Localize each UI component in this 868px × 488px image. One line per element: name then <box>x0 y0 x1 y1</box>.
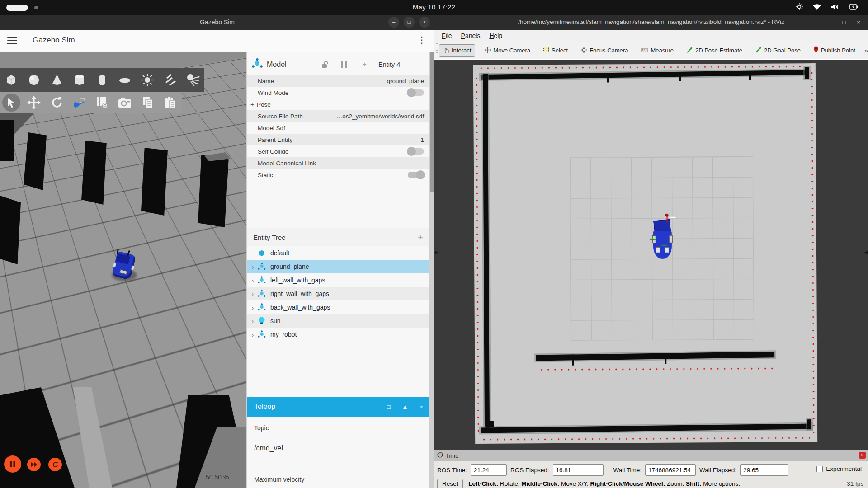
goal-pose-tool[interactable]: 2D Goal Pose <box>751 45 804 56</box>
property-row[interactable]: Name ground_plane <box>247 75 429 87</box>
transform-control-icon[interactable] <box>71 94 89 112</box>
tree-item-default[interactable]: default <box>247 246 429 260</box>
tree-item-sun[interactable]: › sun <box>247 314 429 328</box>
collapse-panel-icon[interactable]: ▲ <box>402 404 408 410</box>
publish-point-tool[interactable]: Publish Point <box>810 44 859 56</box>
property-row[interactable]: Wind Mode <box>247 87 429 99</box>
maximize-button[interactable]: □ <box>404 17 415 28</box>
kebab-menu-icon[interactable]: ⋮ <box>417 34 426 45</box>
menu-panels[interactable]: Panels <box>458 31 484 41</box>
chevron-right-icon[interactable]: › <box>249 263 257 271</box>
translate-icon[interactable] <box>25 94 43 112</box>
tree-item-left-wall[interactable]: › left_wall_with_gaps <box>247 273 429 287</box>
topic-input[interactable]: /cmd_vel <box>254 444 422 455</box>
wind-mode-toggle[interactable] <box>408 89 424 96</box>
ros-elapsed-input[interactable] <box>553 464 604 476</box>
interact-tool[interactable]: Interact <box>439 44 475 57</box>
box-icon[interactable] <box>2 71 20 89</box>
expander-icon[interactable]: + <box>250 101 254 108</box>
gazebo-3d-viewport[interactable]: 50.50 % <box>0 52 250 488</box>
spot-light-icon[interactable] <box>184 71 202 89</box>
time-panel-header[interactable]: Time × <box>434 450 868 461</box>
close-button[interactable]: × <box>419 17 430 28</box>
pose-estimate-tool[interactable]: 2D Pose Estimate <box>683 45 746 56</box>
move-camera-tool[interactable]: Move Camera <box>481 45 534 56</box>
laser-scan-dots <box>811 70 815 434</box>
point-light-icon[interactable] <box>138 71 156 89</box>
experimental-checkbox-row[interactable]: Experimental <box>816 465 862 472</box>
chevron-right-icon[interactable]: › <box>249 290 257 298</box>
reset-button[interactable] <box>48 458 62 471</box>
sphere-icon[interactable] <box>25 71 43 89</box>
property-row[interactable]: Parent Entity 1 <box>247 134 429 145</box>
close-panel-icon[interactable]: × <box>420 404 423 410</box>
teleop-panel-header[interactable]: Teleop □ ▲ × <box>247 397 429 417</box>
tree-item-right-wall[interactable]: › right_wall_with_gaps <box>247 287 429 300</box>
capsule-icon[interactable] <box>93 71 111 89</box>
close-panel-icon[interactable]: × <box>859 452 866 459</box>
property-label: Self Collide <box>258 148 288 155</box>
dock-expand-left-icon[interactable]: ▶ <box>435 249 439 255</box>
rviz-3d-view[interactable]: ▶ ◀ <box>434 59 868 450</box>
measure-tool[interactable]: Measure <box>637 45 677 56</box>
chevron-right-icon[interactable]: › <box>249 304 257 311</box>
static-toggle[interactable] <box>408 172 424 178</box>
cylinder-icon[interactable] <box>71 71 89 89</box>
tree-item-my-robot[interactable]: › my_robot <box>247 328 429 341</box>
cone-icon[interactable] <box>48 71 66 89</box>
pause-button[interactable] <box>4 455 21 473</box>
rotate-icon[interactable] <box>48 94 66 112</box>
pause-plugin-icon[interactable] <box>341 61 347 68</box>
menu-file[interactable]: File <box>438 31 456 41</box>
ros-time-input[interactable] <box>471 464 507 476</box>
self-collide-toggle[interactable] <box>408 148 424 155</box>
experimental-label: Experimental <box>826 465 862 472</box>
toolbar-overflow-button[interactable]: » <box>864 47 868 54</box>
wall-time-input[interactable] <box>645 464 696 476</box>
chevron-right-icon[interactable]: › <box>249 331 257 338</box>
system-tray[interactable] <box>795 3 858 13</box>
panel-scrollbar[interactable] <box>429 52 434 488</box>
focus-camera-tool[interactable]: Focus Camera <box>577 45 632 56</box>
minimize-button[interactable]: – <box>388 17 399 28</box>
hamburger-menu-icon[interactable] <box>7 37 17 44</box>
gazebo-titlebar[interactable]: Gazebo Sim – □ × <box>0 15 434 30</box>
add-entity-button[interactable]: + <box>417 231 423 243</box>
system-clock[interactable]: May 10 17:22 <box>0 3 868 11</box>
property-row[interactable]: Model Sdf <box>247 122 429 134</box>
menu-help[interactable]: Help <box>486 31 506 41</box>
paste-icon[interactable] <box>161 94 179 112</box>
close-button[interactable]: × <box>853 17 864 27</box>
dock-expand-right-icon[interactable]: ◀ <box>864 249 868 255</box>
chevron-right-icon[interactable]: › <box>249 277 257 284</box>
unlock-icon[interactable] <box>322 61 329 68</box>
screenshot-icon[interactable] <box>116 94 134 112</box>
copy-icon[interactable] <box>139 94 157 112</box>
minimize-button[interactable]: – <box>824 17 835 27</box>
checkbox[interactable] <box>816 466 823 472</box>
property-row[interactable]: Static <box>247 169 429 181</box>
robot-model[interactable] <box>110 249 140 283</box>
rviz-titlebar[interactable]: /home/mc/yemitme/install/slam_navigation… <box>434 15 868 30</box>
step-forward-button[interactable] <box>27 458 41 471</box>
wall-elapsed-input[interactable] <box>740 464 788 476</box>
chevron-right-icon[interactable]: › <box>249 317 257 325</box>
map-wall-right-segment <box>805 67 809 79</box>
property-row[interactable]: Model Canonical Link <box>247 157 429 169</box>
float-panel-icon[interactable]: □ <box>387 404 391 410</box>
tree-item-back-wall[interactable]: › back_wall_with_gaps <box>247 300 429 314</box>
ellipsoid-icon[interactable] <box>116 71 134 89</box>
property-row[interactable]: Self Collide <box>247 145 429 157</box>
plus-icon[interactable]: + <box>363 61 367 69</box>
model-icon <box>257 330 267 339</box>
property-row[interactable]: Source File Path …os2_yemitme/worlds/wor… <box>247 110 429 122</box>
directional-light-icon[interactable] <box>161 71 179 89</box>
tree-item-ground-plane[interactable]: › ground_plane <box>247 260 429 273</box>
gazebo-header-title: Gazebo Sim <box>33 36 75 45</box>
select-arrow-icon[interactable] <box>2 94 20 112</box>
reset-button[interactable]: Reset <box>437 479 463 488</box>
select-tool[interactable]: Select <box>539 45 571 56</box>
property-row[interactable]: + Pose <box>247 99 429 110</box>
video-record-icon[interactable] <box>93 94 111 112</box>
maximize-button[interactable]: □ <box>838 17 850 27</box>
